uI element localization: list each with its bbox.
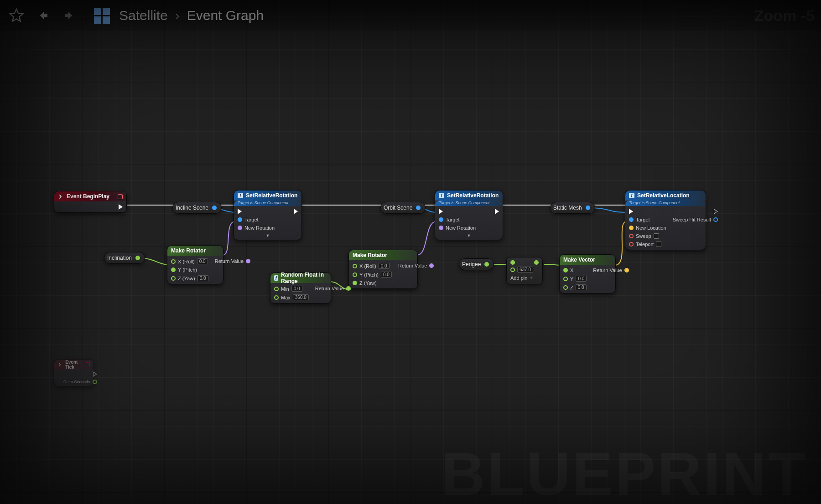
exec-out-pin[interactable] [495, 209, 499, 214]
node-header: Event BeginPlay [54, 191, 126, 201]
node-subheader: Target is Scene Component [435, 201, 503, 206]
pin-return-value[interactable]: Return Value [398, 263, 434, 268]
pin-y-pitch[interactable]: Y (Pitch)0.0 [353, 272, 392, 278]
value-input[interactable]: 637.0 [517, 267, 533, 273]
pin-out[interactable] [135, 256, 140, 260]
graph-canvas[interactable]: Event BeginPlay Event Tick Delta Seconds… [0, 0, 821, 504]
pin-target[interactable]: Target [439, 217, 476, 222]
pin-z-yaw[interactable]: Z (Yaw) [353, 280, 392, 286]
pin-y[interactable]: Y0.0 [563, 276, 587, 282]
pin-delta-seconds[interactable]: Delta Seconds [63, 380, 97, 384]
node-header: Make Vector [560, 255, 615, 265]
pin-target[interactable]: Target [238, 217, 275, 222]
variable-perigee[interactable]: Perigee [459, 258, 494, 270]
node-title: SetRelativeRotation [447, 192, 499, 199]
exec-in-pin[interactable] [238, 209, 275, 214]
node-make-vector[interactable]: Make Vector X Y0.0 Z0.0 Return Value [559, 254, 616, 293]
value-input[interactable]: 0.0 [576, 284, 587, 290]
delegate-icon [118, 194, 123, 199]
node-subheader: Target is Scene Component [234, 201, 301, 206]
expand-icon[interactable]: ▼ [435, 233, 503, 240]
node-title: Random Float in Range [281, 272, 327, 284]
value-input[interactable]: 0.0 [379, 263, 390, 269]
node-random-float-in-range[interactable]: fRandom Float in Range Min0.0 Max360.0 R… [270, 273, 331, 303]
add-pin-button[interactable]: Add pin＋ [510, 274, 539, 281]
value-input[interactable]: 0.0 [576, 276, 587, 282]
exec-out-pin[interactable] [63, 371, 97, 377]
node-set-relative-rotation-1[interactable]: fSetRelativeRotation Target is Scene Com… [234, 190, 302, 240]
node-header: Make Rotator [349, 250, 417, 260]
value-input[interactable]: 0.0 [291, 286, 302, 292]
node-event-begin-play[interactable]: Event BeginPlay [54, 191, 127, 213]
function-icon: f [629, 193, 634, 198]
node-title: Make Rotator [171, 247, 206, 254]
pin-new-rotation[interactable]: New Rotation [238, 225, 275, 231]
pin-out[interactable] [484, 262, 489, 267]
node-title: Make Rotator [353, 252, 387, 258]
pin-a[interactable] [510, 260, 539, 265]
pin-z-yaw[interactable]: Z (Yaw)0.0 [171, 275, 208, 281]
variable-static-mesh[interactable]: Static Mesh [550, 202, 595, 214]
node-make-rotator-1[interactable]: Make Rotator X (Roll)0.0 Y (Pitch) Z (Ya… [167, 245, 223, 284]
node-title: Event Tick [65, 360, 83, 370]
value-input[interactable]: 360.0 [293, 294, 309, 300]
node-subheader: Target is Scene Component [625, 201, 706, 206]
variable-orbit-scene[interactable]: Orbit Scene [380, 202, 426, 214]
node-header: fSetRelativeRotation [234, 190, 301, 201]
function-icon: f [238, 193, 243, 198]
pin-min[interactable]: Min0.0 [274, 286, 309, 292]
plus-icon: ＋ [529, 274, 534, 281]
pin-out[interactable] [586, 206, 590, 210]
node-header: Event Tick [54, 360, 94, 370]
pin-return-value[interactable]: Return Value [215, 258, 250, 264]
checkbox[interactable] [656, 242, 661, 247]
node-float-op[interactable]: 637.0 Add pin＋ [506, 257, 543, 284]
variable-incline-scene[interactable]: Incline Scene [172, 202, 222, 214]
pin-y-pitch[interactable]: Y (Pitch) [171, 267, 208, 273]
node-make-rotator-2[interactable]: Make Rotator X (Roll)0.0 Y (Pitch)0.0 Z … [348, 250, 418, 289]
exec-out-pin[interactable] [294, 209, 298, 214]
pin-x[interactable]: X [563, 267, 587, 273]
exec-out-pin[interactable] [673, 209, 718, 214]
node-set-relative-location[interactable]: fSetRelativeLocation Target is Scene Com… [625, 190, 706, 250]
pin-sweep-hit-result[interactable]: Sweep Hit Result [673, 217, 718, 222]
watermark: BLUEPRINT [441, 439, 807, 504]
exec-in-pin[interactable] [629, 209, 666, 214]
exec-out-pin[interactable] [119, 204, 123, 210]
pin-new-location[interactable]: New Location [629, 225, 666, 231]
value-input[interactable]: 0.0 [197, 258, 208, 264]
node-title: Event BeginPlay [67, 193, 109, 200]
node-set-relative-rotation-2[interactable]: fSetRelativeRotation Target is Scene Com… [435, 190, 503, 240]
node-header: fSetRelativeLocation [625, 190, 706, 201]
exec-in-pin[interactable] [439, 209, 476, 214]
pin-sweep[interactable]: Sweep [629, 233, 666, 239]
node-title: SetRelativeLocation [637, 192, 690, 199]
event-icon [58, 362, 62, 368]
value-input[interactable]: 0.0 [197, 275, 208, 281]
variable-inclination[interactable]: Inclination [104, 252, 145, 264]
function-icon: f [439, 193, 444, 198]
function-icon: f [274, 275, 278, 281]
pin-teleport[interactable]: Teleport [629, 242, 666, 247]
value-input[interactable]: 0.0 [381, 272, 392, 278]
event-icon [58, 194, 64, 200]
node-header: Make Rotator [167, 246, 223, 256]
pin-target[interactable]: Target [629, 217, 666, 222]
pin-out[interactable] [212, 206, 217, 210]
expand-icon[interactable]: ▼ [234, 233, 301, 240]
pin-return-value[interactable]: Return Value [315, 286, 351, 291]
pin-x-roll[interactable]: X (Roll)0.0 [353, 263, 392, 269]
pin-z[interactable]: Z0.0 [563, 284, 587, 290]
pin-x-roll[interactable]: X (Roll)0.0 [171, 258, 208, 264]
pin-max[interactable]: Max360.0 [274, 294, 309, 300]
delegate-icon [86, 362, 90, 367]
checkbox[interactable] [654, 233, 659, 239]
pin-out[interactable] [416, 206, 421, 210]
pin-return-value[interactable]: Return Value [593, 267, 629, 273]
pin-new-rotation[interactable]: New Rotation [439, 225, 476, 231]
pin-out[interactable] [534, 260, 539, 265]
node-header: fRandom Float in Range [270, 273, 331, 283]
node-event-tick[interactable]: Event Tick Delta Seconds [54, 359, 94, 386]
blueprint-viewport[interactable]: Satellite › Event Graph Zoom -5 [0, 0, 821, 504]
pin-b[interactable]: 637.0 [510, 267, 539, 273]
